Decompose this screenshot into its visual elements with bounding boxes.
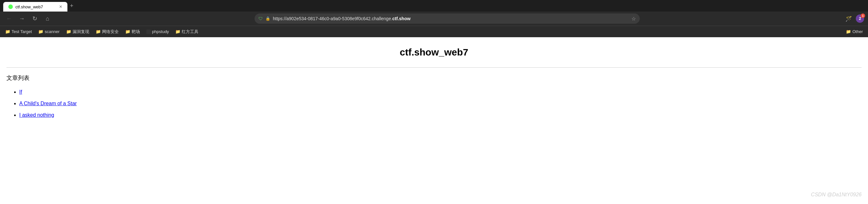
forward-icon: → [19,15,25,22]
url-normal-part: https://a902e534-0817-46c0-a9a0-5308e9f0… [273,16,392,21]
bookmark-phpstudy[interactable]: phpstudy [144,28,172,35]
lock-icon: 🔒 [266,16,270,21]
folder-icon: 📁 [66,29,71,34]
bookmark-label: 网络安全 [102,29,119,35]
bookmark-star-icon[interactable]: ☆ [631,16,636,22]
shield-icon: 🛡 [258,16,263,21]
browser-chrome: ctf.show_web7 ✕ + ← → ↻ ⌂ 🛡 🔒 https://a9… [0,0,868,37]
tab-title: ctf.show_web7 [16,4,43,9]
url-highlight-part: ctf.show [392,16,410,21]
page-title: ctf.show_web7 [6,47,862,58]
page-content: ctf.show_web7 文章列表 If A Child's Dream of… [0,37,868,198]
phpstudy-icon [146,30,151,34]
toolbar: ← → ↻ ⌂ 🛡 🔒 https://a902e534-0817-46c0-a… [0,11,868,26]
address-bar[interactable]: 🛡 🔒 https://a902e534-0817-46c0-a9a0-5308… [254,13,640,24]
home-button[interactable]: ⌂ [42,13,53,24]
list-item: A Child's Dream of a Star [19,99,862,109]
bookmark-other[interactable]: 📁 Other [843,28,865,35]
bookmark-test-target[interactable]: 📁 Test Target [3,28,34,35]
bookmark-label: Test Target [11,29,32,34]
pocket-icon[interactable]: 🪄 [844,14,853,23]
article-section-title: 文章列表 [6,74,862,82]
divider [6,67,862,68]
article-list: If A Child's Dream of a Star I asked not… [6,87,862,120]
tab-close-button[interactable]: ✕ [59,4,62,9]
tab-favicon [8,4,13,9]
list-item: If [19,87,862,97]
list-item: I asked nothing [19,110,862,120]
folder-icon: 📁 [846,29,851,34]
article-link-if[interactable]: If [19,89,22,95]
bookmark-label: 漏洞复现 [72,29,89,35]
active-tab[interactable]: ctf.show_web7 ✕ [3,2,67,11]
reload-icon: ↻ [32,15,37,22]
forward-button[interactable]: → [17,13,27,24]
article-link-childs-dream[interactable]: A Child's Dream of a Star [19,101,77,106]
article-link-i-asked-nothing[interactable]: I asked nothing [19,112,54,118]
bookmark-label: Other [852,29,863,34]
bookmark-label: 靶场 [132,29,140,35]
bookmark-network-security[interactable]: 📁 网络安全 [93,28,121,36]
notification-badge: 1 [861,13,865,18]
bookmark-vuln-recovery[interactable]: 📁 漏洞复现 [64,28,92,36]
folder-icon: 📁 [38,29,43,34]
back-button[interactable]: ← [4,13,14,24]
profile-button[interactable]: 2 1 [856,14,864,23]
bookmarks-bar: 📁 Test Target 📁 scanner 📁 漏洞复现 📁 网络安全 📁 … [0,26,868,37]
folder-icon: 📁 [96,29,101,34]
watermark: CSDN @Da1NtY0926 [811,192,862,198]
folder-icon: 📁 [125,29,130,34]
url-display: https://a902e534-0817-46c0-a9a0-5308e9f0… [273,16,629,21]
bookmark-target-range[interactable]: 📁 靶场 [123,28,143,36]
tab-bar: ctf.show_web7 ✕ + [0,0,868,11]
back-icon: ← [6,15,12,22]
home-icon: ⌂ [46,15,50,22]
folder-icon: 📁 [5,29,10,34]
toolbar-right: 🪄 2 1 [844,14,864,23]
bookmark-red-tools[interactable]: 📁 红方工具 [173,28,201,36]
reload-button[interactable]: ↻ [30,13,40,24]
bookmark-scanner[interactable]: 📁 scanner [36,28,62,35]
folder-icon: 📁 [175,29,180,34]
bookmark-label: 红方工具 [182,29,198,35]
new-tab-button[interactable]: + [67,1,76,10]
bookmark-label: scanner [44,29,59,34]
bookmark-label: phpstudy [152,29,169,34]
